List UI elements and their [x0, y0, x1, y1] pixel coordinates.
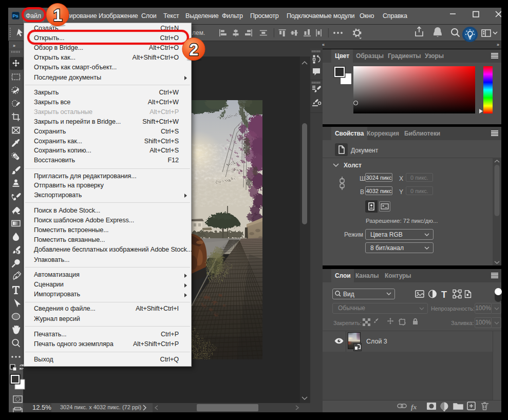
svg-text:лем.: лем.	[192, 29, 205, 36]
svg-text:2: 2	[189, 40, 198, 59]
svg-text:1: 1	[53, 6, 62, 25]
svg-text:fx: fx	[411, 403, 417, 411]
svg-text:T: T	[441, 290, 447, 300]
svg-text:»: »	[13, 43, 15, 48]
